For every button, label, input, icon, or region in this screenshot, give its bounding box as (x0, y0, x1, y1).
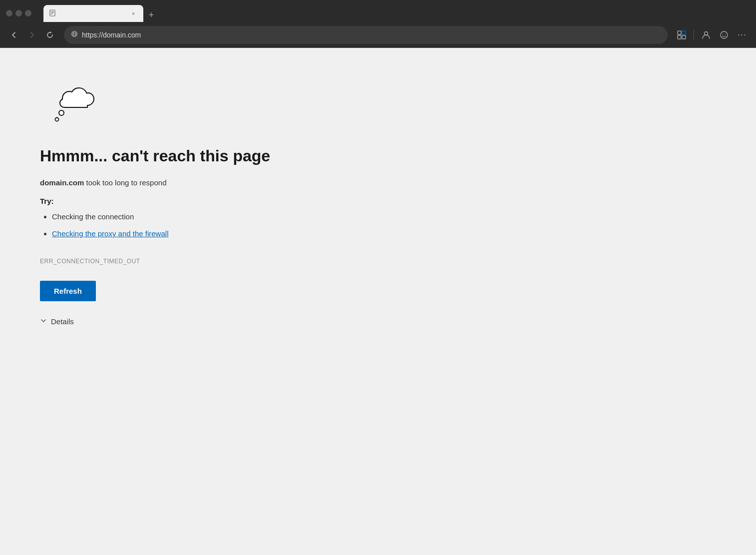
profile-button[interactable] (698, 27, 714, 43)
tab-close-button[interactable]: × (129, 9, 137, 17)
svg-rect-12 (682, 35, 686, 39)
suggestion-item-1: Checking the connection (52, 211, 716, 223)
emoji-button[interactable] (716, 27, 732, 43)
forward-button[interactable] (24, 27, 40, 43)
globe-icon (71, 30, 78, 39)
maximize-light[interactable] (25, 10, 31, 16)
traffic-lights (6, 10, 31, 16)
nav-separator (694, 30, 694, 40)
svg-rect-11 (678, 35, 681, 39)
svg-rect-10 (682, 31, 686, 34)
toolbar-button[interactable] (674, 27, 690, 43)
minimize-light[interactable] (15, 10, 22, 16)
details-toggle[interactable]: Details (40, 317, 716, 326)
reload-button[interactable] (42, 27, 58, 43)
try-label: Try: (40, 197, 716, 205)
tab-page-icon (49, 9, 57, 17)
chevron-down-icon (40, 317, 47, 326)
error-description: domain.com took too long to respond (40, 177, 716, 189)
error-page: Hmmm... can't reach this page domain.com… (0, 48, 756, 356)
back-button[interactable] (6, 27, 22, 43)
suggestion-item-2[interactable]: Checking the proxy and the firewall (52, 228, 716, 240)
address-bar[interactable]: https://domain.com (64, 26, 668, 44)
more-button[interactable]: ··· (734, 27, 750, 43)
error-heading: Hmmm... can't reach this page (40, 147, 716, 165)
svg-point-15 (723, 33, 724, 34)
active-tab[interactable]: × (43, 5, 143, 22)
error-illustration (40, 78, 716, 135)
error-code: ERR_CONNECTION_TIMED_OUT (40, 258, 716, 265)
thought-bubble-icon (45, 78, 105, 133)
close-light[interactable] (6, 10, 12, 16)
new-tab-button[interactable]: + (144, 8, 158, 22)
svg-point-14 (721, 31, 728, 38)
svg-point-17 (59, 110, 64, 115)
svg-point-18 (55, 118, 59, 121)
nav-bar: https://domain.com (0, 22, 756, 48)
suggestion-text-1: Checking the connection (52, 212, 134, 221)
details-label: Details (51, 317, 74, 326)
address-text: https://domain.com (82, 31, 661, 39)
description-suffix: took too long to respond (84, 178, 166, 187)
svg-point-16 (725, 33, 726, 34)
suggestion-list: Checking the connection Checking the pro… (40, 211, 716, 246)
refresh-button[interactable]: Refresh (40, 281, 96, 301)
svg-rect-9 (678, 31, 681, 34)
nav-right-controls: ··· (674, 27, 750, 43)
domain-name: domain.com (40, 178, 84, 187)
proxy-firewall-link[interactable]: Checking the proxy and the firewall (52, 229, 168, 238)
